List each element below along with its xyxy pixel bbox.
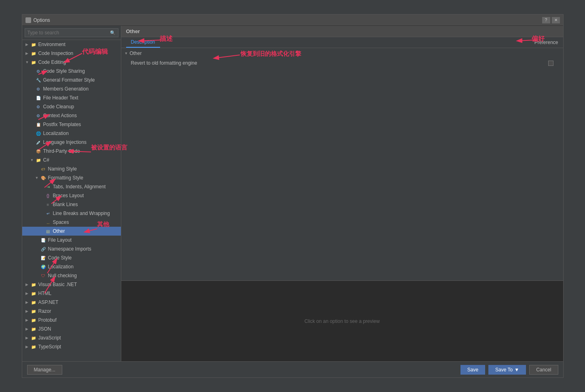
tab-description[interactable]: Description: [126, 37, 160, 48]
tree-item-blank-lines[interactable]: ≡ Blank Lines: [22, 200, 121, 209]
spacer: [40, 202, 45, 207]
tree-item-line-breaks[interactable]: ↵ Line Breaks and Wrapping: [22, 209, 121, 218]
spacer: [30, 140, 35, 144]
arrow-icon: ▶: [25, 51, 30, 55]
tree-label: Braces Layout: [53, 193, 84, 198]
spacer: [35, 256, 40, 260]
tree-label: Protobuf: [38, 317, 57, 323]
close-button[interactable]: ✕: [552, 17, 560, 23]
tree-item-language-injections[interactable]: 💉 Language Injections: [22, 138, 121, 147]
arrow-icon: ▶: [25, 327, 30, 331]
tree-label: Visual Basic .NET: [38, 282, 77, 287]
tree-item-code-style[interactable]: 📝 Code Style: [22, 253, 121, 262]
manage-button[interactable]: Manage...: [27, 365, 62, 375]
tree-item-spaces[interactable]: ⎵ Spaces: [22, 218, 121, 227]
tree-item-localization[interactable]: 🌐 Localization: [22, 129, 121, 138]
folder-icon: 📁: [30, 59, 37, 65]
tree-item-file-layout[interactable]: 📑 File Layout: [22, 236, 121, 244]
help-button[interactable]: ?: [542, 17, 550, 23]
js-icon: 📁: [30, 335, 37, 341]
null-icon: 🛡: [40, 272, 46, 279]
tree-label: Spaces: [53, 219, 69, 225]
section-arrow: ▼: [125, 51, 128, 55]
tree-label: HTML: [38, 291, 52, 296]
proto-icon: 📁: [30, 317, 37, 323]
tree-item-code-inspection[interactable]: ▶ 📁 Code Inspection: [22, 49, 121, 58]
tree-item-other[interactable]: ▤ Other: [22, 227, 121, 236]
tree-item-null-checking[interactable]: 🛡 Null checking: [22, 271, 121, 280]
tree-item-javascript[interactable]: ▶ 📁 JavaScript: [22, 333, 121, 342]
tree-label: File Header Text: [43, 95, 78, 101]
arrow-icon: ▼: [30, 158, 35, 162]
naming-icon: 🏷: [40, 166, 46, 172]
tree-item-file-header[interactable]: 📄 File Header Text: [22, 93, 121, 102]
chevron-down-icon: ▼: [514, 367, 519, 373]
filelayout-icon: 📑: [40, 237, 46, 243]
save-button[interactable]: Save: [460, 365, 485, 375]
tree-label: Code Editing: [38, 59, 66, 65]
folder-icon: 📁: [30, 50, 37, 57]
tree-item-typescript[interactable]: ▶ 📁 TypeScript: [22, 342, 121, 351]
spacer: [35, 238, 40, 242]
arrow-icon: ▶: [25, 318, 30, 322]
tree-item-postfix-templates[interactable]: 📋 Postfix Templates: [22, 120, 121, 129]
tree-container[interactable]: ▶ 📁 Environment ▶ 📁 Code Inspection ▼ 📁 …: [22, 40, 121, 361]
tree-label: TypeScript: [38, 344, 61, 350]
cancel-button[interactable]: Cancel: [529, 365, 558, 375]
title-bar: Options ? ✕: [22, 15, 563, 26]
tree-item-general-formatter[interactable]: 🔧 General Formatter Style: [22, 76, 121, 84]
tree-item-namespace-imports[interactable]: 🔗 Namespace Imports: [22, 244, 121, 253]
options-window: Options ? ✕ 🔍 ▶ 📁 Environment: [22, 14, 564, 378]
tree-label: Naming Style: [48, 166, 77, 172]
tree-item-naming-style[interactable]: 🏷 Naming Style: [22, 164, 121, 173]
tree-item-vb-net[interactable]: ▶ 📁 Visual Basic .NET: [22, 280, 121, 289]
tab-preference-right[interactable]: Preference: [534, 37, 558, 48]
search-wrapper[interactable]: 🔍: [25, 28, 118, 37]
gear-icon: ⚙: [35, 86, 42, 92]
asp-icon: 📁: [30, 299, 37, 306]
tree-label: JSON: [38, 326, 51, 332]
tree-item-environment[interactable]: ▶ 📁 Environment: [22, 40, 121, 49]
tree-item-braces-layout[interactable]: {} Braces Layout: [22, 191, 121, 200]
tree-label: Null checking: [48, 273, 77, 278]
tree-label: ASP.NET: [38, 299, 59, 305]
search-input[interactable]: [27, 30, 108, 36]
tree-label: Code Style Sharing: [43, 68, 85, 74]
tree-item-razor[interactable]: ▶ 📁 Razor: [22, 307, 121, 316]
arrow-icon: ▶: [25, 309, 30, 313]
tree-item-formatting-style[interactable]: ▼ 🎨 Formatting Style: [22, 173, 121, 182]
option-revert-label: Revert to old formatting engine: [131, 60, 545, 66]
preview-panel: Click on an option to see a preview: [121, 280, 563, 361]
tree-item-localization2[interactable]: 🌍 Localization: [22, 262, 121, 271]
spacer: [30, 69, 35, 73]
spacer: [30, 114, 35, 118]
spacer: [40, 185, 45, 189]
spacer: [30, 149, 35, 153]
option-revert-row[interactable]: Revert to old formatting engine: [121, 59, 563, 67]
tree-item-context-actions[interactable]: ⚙ Context Actions: [22, 111, 121, 120]
tree-item-code-cleanup[interactable]: ⚙ Code Cleanup: [22, 102, 121, 111]
tree-item-tabs-indents[interactable]: ⇥ Tabs, Indents, Alignment: [22, 182, 121, 191]
tree-item-third-party-code[interactable]: 📦 Third-Party Code: [22, 147, 121, 156]
save-to-button[interactable]: Save To ▼: [488, 365, 526, 375]
tree-item-members-generation[interactable]: ⚙ Members Generation: [22, 84, 121, 93]
tree-item-html[interactable]: ▶ 📁 HTML: [22, 289, 121, 298]
tree-label: Postfix Templates: [43, 122, 81, 127]
tree-item-asp-net[interactable]: ▶ 📁 ASP.NET: [22, 298, 121, 307]
window-title: Options: [34, 17, 540, 23]
tree-item-code-style-sharing[interactable]: ⚙ Code Style Sharing: [22, 67, 121, 76]
razor-icon: 📁: [30, 308, 37, 314]
gear-icon: ⚙: [35, 68, 42, 74]
spaces-icon: ⎵: [45, 219, 51, 226]
tree-label: Environment: [38, 42, 65, 47]
tree-item-json[interactable]: ▶ 📁 JSON: [22, 325, 121, 333]
option-revert-checkbox[interactable]: [548, 61, 553, 66]
preview-text: Click on an option to see a preview: [304, 318, 380, 324]
search-box: 🔍: [22, 26, 121, 40]
spacer: [35, 167, 40, 171]
tree-item-code-editing[interactable]: ▼ 📁 Code Editing: [22, 58, 121, 67]
tree-item-csharp[interactable]: ▼ 📁 C#: [22, 156, 121, 164]
tree-item-protobuf[interactable]: ▶ 📁 Protobuf: [22, 316, 121, 325]
inject-icon: 💉: [35, 139, 42, 145]
spacer: [35, 247, 40, 251]
